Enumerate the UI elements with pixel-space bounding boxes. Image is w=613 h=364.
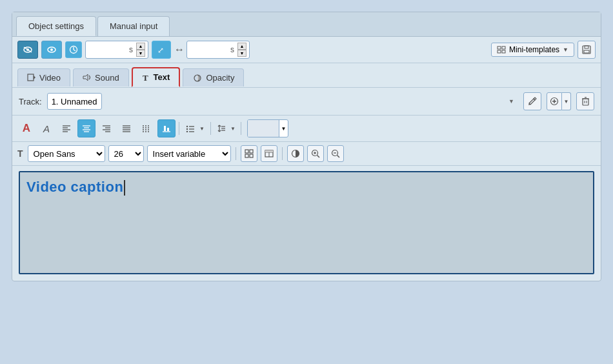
zoom-in-btn[interactable] (307, 145, 324, 162)
contrast-btn[interactable] (287, 145, 304, 162)
svg-rect-68 (250, 154, 253, 157)
align-justify2-btn[interactable] (137, 119, 156, 137)
color-swatch (248, 120, 279, 137)
mini-templates-arrow: ▼ (563, 46, 568, 53)
text-area-container[interactable]: Video caption (19, 171, 594, 274)
time-input-group[interactable]: 19.519 s ▲ ▼ (85, 41, 148, 59)
track-select[interactable]: 1. Unnamed (47, 93, 102, 110)
svg-point-51 (186, 126, 188, 127)
track-row: Track: 1. Unnamed ▼ (12, 88, 601, 116)
offset-group: ↔ 0 s ▲ ▼ (174, 41, 250, 59)
font-toolbar: T Open Sans 26 Insert variable (12, 142, 601, 166)
text-cursor (124, 180, 125, 196)
svg-point-53 (186, 131, 188, 132)
line-spacing-btn[interactable] (214, 119, 228, 137)
offset-unit: s (230, 45, 234, 54)
time-spin-down[interactable]: ▼ (136, 50, 145, 57)
svg-text:T: T (143, 73, 148, 82)
format-toolbar: A A (12, 116, 601, 142)
eye-btn[interactable] (41, 41, 62, 59)
tab-text[interactable]: T Text (132, 67, 181, 87)
tab-object-settings[interactable]: Object settings (16, 16, 96, 36)
svg-line-79 (337, 156, 339, 158)
svg-point-1 (26, 48, 29, 51)
align-right-btn[interactable] (97, 119, 116, 137)
mini-templates-label: Mini-templates (509, 45, 559, 54)
zoom-out-btn[interactable] (327, 145, 344, 162)
divider-5 (282, 147, 283, 160)
add-track-btn-group: ▼ (547, 92, 571, 110)
align-left-btn[interactable] (57, 119, 75, 137)
font-name-select[interactable]: Open Sans (28, 145, 105, 162)
spacing-dropdown-btn[interactable]: ▼ (228, 119, 237, 137)
time-spin-up[interactable]: ▲ (136, 43, 145, 50)
align-justify-btn[interactable] (117, 119, 136, 137)
divider-1 (179, 122, 179, 135)
time-spin[interactable]: ▲ ▼ (136, 43, 145, 57)
track-label: Track: (19, 97, 42, 106)
svg-rect-9 (502, 46, 505, 49)
save-btn[interactable] (578, 41, 596, 59)
eye-crossed-btn[interactable] (17, 41, 38, 59)
offset-value[interactable]: 0 (190, 45, 228, 55)
clock-btn[interactable] (65, 41, 82, 58)
divider-2 (210, 122, 211, 135)
time-unit: s (129, 45, 133, 54)
divider-4 (236, 147, 236, 160)
font-type-icon: T (17, 148, 23, 159)
font-size-select[interactable]: 26 (108, 145, 144, 162)
svg-point-3 (50, 48, 53, 51)
grid-btn[interactable] (241, 145, 257, 162)
offset-input-group[interactable]: 0 s ▲ ▼ (186, 41, 250, 59)
divider-3 (241, 122, 241, 135)
time-value[interactable]: 19.519 (88, 45, 127, 55)
svg-line-75 (317, 156, 319, 158)
list-btn[interactable] (183, 119, 197, 137)
mini-templates-btn[interactable]: Mini-templates ▼ (491, 43, 574, 57)
svg-text:⤢: ⤢ (157, 46, 164, 55)
toolbar-row-1: 19.519 s ▲ ▼ ⤢ ↔ 0 s ▲ ▼ (12, 37, 601, 63)
svg-rect-48 (164, 126, 166, 131)
svg-point-52 (186, 128, 188, 130)
list-dropdown-btn[interactable]: ▼ (197, 119, 206, 137)
color-picker-btn[interactable]: ▼ (247, 119, 288, 137)
arrow-lr-icon: ↔ (174, 44, 185, 56)
tab-video-label: Video (39, 73, 61, 83)
tab-opacity[interactable]: Opacity (183, 68, 244, 86)
tab-video[interactable]: Video (17, 68, 70, 86)
add-track-dropdown-btn[interactable]: ▼ (562, 92, 571, 110)
insert-variable-select[interactable]: Insert variable (147, 145, 231, 162)
svg-marker-17 (83, 74, 88, 81)
tab-sound-label: Sound (95, 73, 119, 83)
add-track-btn[interactable] (547, 92, 562, 110)
delete-track-btn[interactable] (576, 92, 594, 110)
valign-bottom-btn[interactable] (157, 119, 176, 137)
svg-marker-16 (34, 76, 35, 79)
svg-rect-14 (584, 50, 589, 53)
svg-rect-15 (28, 74, 34, 81)
color-dropdown-btn[interactable]: ▼ (279, 120, 288, 137)
bold-btn[interactable]: A (17, 119, 35, 137)
offset-spin-up[interactable]: ▲ (237, 43, 246, 50)
list-btn-group: ▼ (183, 119, 207, 138)
svg-rect-11 (502, 50, 505, 53)
main-container: Object settings Manual input (12, 12, 601, 281)
svg-rect-72 (265, 150, 273, 152)
text-value: Video caption (26, 179, 123, 195)
svg-rect-66 (250, 150, 253, 153)
tab-sound[interactable]: Sound (73, 68, 129, 86)
align-center-btn[interactable] (77, 119, 95, 137)
move-icon-btn[interactable]: ⤢ (152, 41, 171, 59)
text-content[interactable]: Video caption (26, 179, 125, 196)
tab-manual-input[interactable]: Manual input (97, 16, 170, 36)
svg-rect-8 (497, 46, 501, 49)
table-btn[interactable] (261, 145, 277, 162)
section-tabs: Video Sound T Text Opacity (12, 63, 601, 88)
pencil-btn[interactable] (523, 92, 541, 110)
tab-opacity-label: Opacity (206, 73, 234, 83)
offset-spin-down[interactable]: ▼ (237, 50, 246, 57)
svg-rect-23 (583, 99, 588, 105)
italic-btn[interactable]: A (37, 119, 55, 137)
offset-spin[interactable]: ▲ ▼ (237, 43, 246, 57)
tab-text-label: Text (154, 72, 170, 82)
